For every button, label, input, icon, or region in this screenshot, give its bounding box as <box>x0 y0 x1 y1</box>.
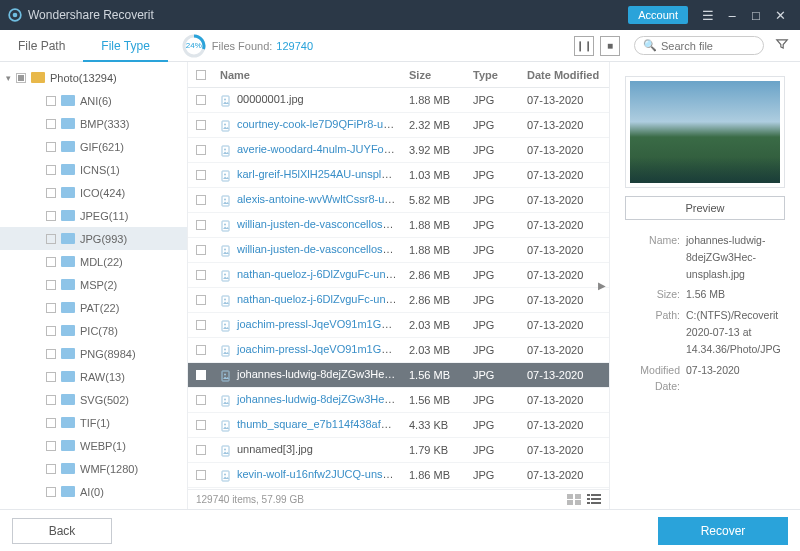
tree-sub-item[interactable]: MSP(2) <box>0 273 187 296</box>
table-row[interactable]: thumb_square_e7b114f438afdd40e0...4.33 K… <box>188 413 609 438</box>
svg-point-24 <box>224 348 226 350</box>
row-checkbox[interactable] <box>196 170 206 180</box>
list-view-icon[interactable] <box>587 494 601 505</box>
search-box[interactable]: 🔍 <box>634 36 764 55</box>
tree-category-photo[interactable]: ▾Photo(13294) <box>0 66 187 89</box>
table-row[interactable]: 00000001.jpg1.88 MBJPG07-13-2020 <box>188 88 609 113</box>
row-checkbox[interactable] <box>196 395 206 405</box>
search-input[interactable] <box>661 40 755 52</box>
table-row[interactable]: courtney-cook-le7D9QFiPr8-unsplash...2.3… <box>188 113 609 138</box>
tree-sub-item[interactable]: BMP(333) <box>0 112 187 135</box>
tree-checkbox[interactable] <box>46 464 56 474</box>
preview-button[interactable]: Preview <box>625 196 785 220</box>
meta-size-value: 1.56 MB <box>686 286 788 303</box>
table-row[interactable]: nathan-queloz-j-6DlZvguFc-unsplash...2.8… <box>188 288 609 313</box>
tree-checkbox[interactable] <box>46 326 56 336</box>
tree-sub-item[interactable]: ANI(6) <box>0 89 187 112</box>
tree-checkbox[interactable] <box>46 234 56 244</box>
table-row[interactable]: nathan-queloz-j-6DlZvguFc-unsplash...2.8… <box>188 263 609 288</box>
tree-checkbox[interactable] <box>46 119 56 129</box>
tree-checkbox[interactable] <box>46 165 56 175</box>
tree-checkbox[interactable] <box>46 280 56 290</box>
row-checkbox[interactable] <box>196 445 206 455</box>
table-row[interactable]: johannes-ludwig-8dejZGw3Hec-unsp...1.56 … <box>188 363 609 388</box>
file-name: courtney-cook-le7D9QFiPr8-unsplash... <box>237 118 403 130</box>
tree-checkbox[interactable] <box>46 257 56 267</box>
select-all-checkbox[interactable] <box>196 70 206 80</box>
table-row[interactable]: averie-woodard-4nulm-JUYFo-unspla...3.92… <box>188 138 609 163</box>
tree-checkbox[interactable] <box>46 188 56 198</box>
tree-sub-item[interactable]: ICNS(1) <box>0 158 187 181</box>
sidebar-tree[interactable]: ▾Photo(13294)ANI(6)BMP(333)GIF(621)ICNS(… <box>0 62 188 509</box>
row-checkbox[interactable] <box>196 295 206 305</box>
tab-file-path[interactable]: File Path <box>0 30 83 62</box>
row-checkbox[interactable] <box>196 320 206 330</box>
row-checkbox[interactable] <box>196 345 206 355</box>
tree-sub-item[interactable]: MDL(22) <box>0 250 187 273</box>
tree-checkbox[interactable] <box>46 441 56 451</box>
pause-button[interactable]: ❙❙ <box>574 36 594 56</box>
table-row[interactable]: willian-justen-de-vasconcellos-65Ga...1.… <box>188 213 609 238</box>
close-icon[interactable]: ✕ <box>768 8 792 23</box>
table-row[interactable]: johannes-ludwig-8dejZGw3Hec-unsp...1.56 … <box>188 388 609 413</box>
recover-button[interactable]: Recover <box>658 517 788 545</box>
thumbnail-view-icon[interactable] <box>567 494 581 505</box>
tree-sub-item[interactable]: AI(0) <box>0 480 187 503</box>
stop-button[interactable]: ■ <box>600 36 620 56</box>
file-name: 00000001.jpg <box>237 93 304 105</box>
account-button[interactable]: Account <box>628 6 688 24</box>
col-header-name[interactable]: Name <box>214 69 403 81</box>
back-button[interactable]: Back <box>12 518 112 544</box>
tree-label: WMF(1280) <box>80 463 138 475</box>
row-checkbox[interactable] <box>196 220 206 230</box>
row-checkbox[interactable] <box>196 470 206 480</box>
menu-icon[interactable]: ☰ <box>696 8 720 23</box>
table-row[interactable]: karl-greif-H5lXlH254AU-unsplash.jpg1.03 … <box>188 163 609 188</box>
tree-sub-item[interactable]: JPEG(11) <box>0 204 187 227</box>
maximize-icon[interactable]: □ <box>744 8 768 23</box>
col-header-date[interactable]: Date Modified <box>521 69 609 81</box>
table-body[interactable]: 00000001.jpg1.88 MBJPG07-13-2020courtney… <box>188 88 609 489</box>
col-header-type[interactable]: Type <box>467 69 521 81</box>
tree-sub-item[interactable]: SVG(502) <box>0 388 187 411</box>
row-checkbox[interactable] <box>196 270 206 280</box>
row-checkbox[interactable] <box>196 420 206 430</box>
table-row[interactable]: alexis-antoine-wvWwltCssr8-unsplas...5.8… <box>188 188 609 213</box>
tree-checkbox[interactable] <box>46 142 56 152</box>
table-row[interactable]: joachim-pressl-JqeVO91m1Go-unspl...2.03 … <box>188 338 609 363</box>
tree-checkbox[interactable] <box>16 73 26 83</box>
row-checkbox[interactable] <box>196 120 206 130</box>
tab-file-type[interactable]: File Type <box>83 30 167 62</box>
tree-sub-item[interactable]: PNG(8984) <box>0 342 187 365</box>
table-row[interactable]: willian-justen-de-vasconcellos-65Ga...1.… <box>188 238 609 263</box>
tree-checkbox[interactable] <box>46 418 56 428</box>
tree-sub-item[interactable]: JPG(993) <box>0 227 187 250</box>
tree-checkbox[interactable] <box>46 211 56 221</box>
row-checkbox[interactable] <box>196 95 206 105</box>
row-checkbox[interactable] <box>196 245 206 255</box>
tree-sub-item[interactable]: WMF(1280) <box>0 457 187 480</box>
tree-sub-item[interactable]: GIF(621) <box>0 135 187 158</box>
collapse-preview-icon[interactable]: ▶ <box>598 280 606 291</box>
tree-checkbox[interactable] <box>46 395 56 405</box>
tree-sub-item[interactable]: RAW(13) <box>0 365 187 388</box>
tree-checkbox[interactable] <box>46 96 56 106</box>
tree-checkbox[interactable] <box>46 487 56 497</box>
tree-sub-item[interactable]: PIC(78) <box>0 319 187 342</box>
table-row[interactable]: kevin-wolf-u16nfw2JUCQ-unsplash.jpg1.86 … <box>188 463 609 488</box>
tree-sub-item[interactable]: WEBP(1) <box>0 434 187 457</box>
tree-checkbox[interactable] <box>46 372 56 382</box>
tree-checkbox[interactable] <box>46 349 56 359</box>
table-row[interactable]: joachim-pressl-JqeVO91m1Go-unspl...2.03 … <box>188 313 609 338</box>
filter-icon[interactable] <box>772 37 792 54</box>
tree-sub-item[interactable]: PAT(22) <box>0 296 187 319</box>
col-header-size[interactable]: Size <box>403 69 467 81</box>
table-row[interactable]: unnamed[3].jpg1.79 KBJPG07-13-2020 <box>188 438 609 463</box>
tree-sub-item[interactable]: TIF(1) <box>0 411 187 434</box>
minimize-icon[interactable]: ‒ <box>720 8 744 23</box>
tree-checkbox[interactable] <box>46 303 56 313</box>
row-checkbox[interactable] <box>196 145 206 155</box>
row-checkbox[interactable] <box>196 370 206 380</box>
tree-sub-item[interactable]: ICO(424) <box>0 181 187 204</box>
row-checkbox[interactable] <box>196 195 206 205</box>
